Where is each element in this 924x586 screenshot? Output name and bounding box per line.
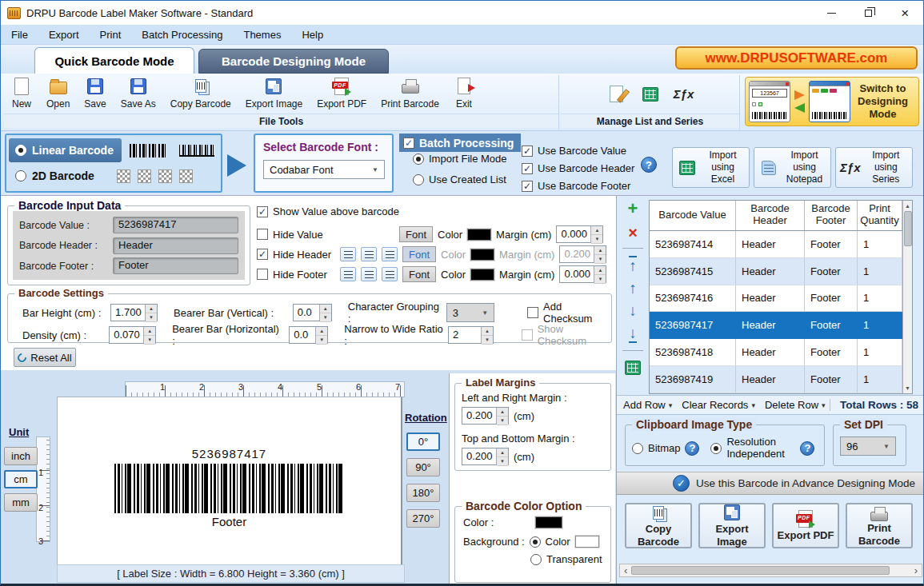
table-row[interactable]: 5236987419HeaderFooter1 bbox=[650, 366, 902, 393]
bitmap-help-icon[interactable]: ? bbox=[685, 441, 699, 456]
barcode-value-field[interactable]: 5236987417 bbox=[113, 217, 238, 233]
show-value-option[interactable]: ✓ Show Value above barcode bbox=[257, 205, 399, 217]
linear-barcode-option[interactable]: Linear Barcode bbox=[9, 138, 122, 162]
close-button[interactable]: × bbox=[886, 1, 923, 25]
show-value-checkbox[interactable]: ✓ bbox=[257, 206, 268, 217]
show-checksum-checkbox[interactable] bbox=[522, 329, 533, 341]
menu-help[interactable]: Help bbox=[291, 26, 334, 44]
barcode-color-swatch[interactable] bbox=[535, 516, 562, 528]
minimize-button[interactable] bbox=[813, 1, 850, 25]
background-color-swatch[interactable] bbox=[575, 536, 599, 548]
table-row[interactable]: 5236987416HeaderFooter1 bbox=[650, 285, 902, 313]
scroll-left-icon[interactable]: ‹ bbox=[620, 565, 631, 576]
value-margin-spinner[interactable]: 0.000▲▼ bbox=[556, 225, 603, 243]
spin-down-icon[interactable]: ▼ bbox=[594, 275, 606, 284]
hide-value-checkbox[interactable] bbox=[257, 229, 268, 240]
use-barcode-footer-checkbox[interactable]: ✓ bbox=[522, 181, 533, 192]
scroll-up-icon[interactable]: ▲ bbox=[905, 201, 910, 211]
menu-batch-processing[interactable]: Batch Processing bbox=[131, 26, 233, 44]
import-using-excel-button[interactable]: Import using Excel bbox=[672, 147, 750, 188]
bearer-vertical-spinner[interactable]: 0.0▲▼ bbox=[293, 304, 332, 321]
scrollbar-thumb[interactable] bbox=[631, 566, 889, 575]
barcode-footer-field[interactable]: Footer bbox=[113, 257, 238, 274]
footer-align-left-button[interactable] bbox=[340, 267, 356, 281]
export-image-button[interactable]: Export Image bbox=[238, 75, 310, 111]
spin-down-icon[interactable]: ▼ bbox=[497, 417, 508, 425]
new-button[interactable]: New bbox=[4, 75, 39, 111]
print-barcode-button[interactable]: Print Barcode bbox=[374, 75, 446, 111]
header-font-button[interactable]: Font bbox=[402, 246, 436, 262]
spin-down-icon[interactable]: ▼ bbox=[144, 336, 155, 345]
header-align-center-button[interactable] bbox=[361, 247, 377, 261]
table-row[interactable]: 5236987418HeaderFooter1 bbox=[650, 339, 902, 366]
spin-down-icon[interactable]: ▼ bbox=[146, 313, 157, 322]
ratio-spinner[interactable]: 2▲▼ bbox=[448, 326, 494, 344]
spin-up-icon[interactable]: ▲ bbox=[497, 408, 508, 417]
move-top-icon[interactable]: ↑ bbox=[629, 256, 637, 273]
spin-up-icon[interactable]: ▲ bbox=[316, 327, 327, 336]
add-row-menu[interactable]: Add Row▾ bbox=[623, 399, 672, 411]
hide-footer-checkbox[interactable] bbox=[257, 269, 268, 280]
header-margin-spinner[interactable]: 0.200▲▼ bbox=[559, 245, 606, 263]
use-in-advance-mode-button[interactable]: ✓ Use this Barcode in Advance Designing … bbox=[617, 472, 924, 495]
menu-themes[interactable]: Themes bbox=[233, 26, 291, 44]
unit-inch-button[interactable]: inch bbox=[4, 447, 38, 465]
tb-margin-spinner[interactable]: 0.200▲▼ bbox=[462, 448, 509, 465]
spin-up-icon[interactable]: ▲ bbox=[497, 448, 508, 457]
edit-list-icon[interactable] bbox=[606, 85, 627, 104]
value-font-button[interactable]: Font bbox=[399, 226, 433, 242]
use-barcode-value-option[interactable]: ✓ Use Barcode Value bbox=[522, 145, 626, 157]
use-barcode-value-checkbox[interactable]: ✓ bbox=[522, 146, 533, 157]
import-using-notepad-button[interactable]: Import using Notepad bbox=[754, 147, 831, 188]
import-using-series-button[interactable]: Σƒx Import using Series bbox=[835, 147, 913, 188]
spin-up-icon[interactable]: ▲ bbox=[146, 305, 157, 313]
move-up-icon[interactable]: ↑ bbox=[629, 281, 637, 296]
bearer-horizontal-spinner[interactable]: 0.0▲▼ bbox=[289, 326, 328, 344]
density-spinner[interactable]: 0.070▲▼ bbox=[109, 326, 156, 344]
use-barcode-header-option[interactable]: ✓ Use Barcode Header bbox=[522, 162, 634, 174]
menu-file[interactable]: File bbox=[1, 26, 38, 44]
scrollbar-thumb[interactable] bbox=[904, 211, 912, 246]
move-bottom-icon[interactable]: ↓ bbox=[629, 325, 637, 343]
switch-to-designing-mode-button[interactable]: 123567 Switch to Designing Mode bbox=[745, 77, 919, 126]
col-barcode-header[interactable]: Barcode Header bbox=[736, 201, 805, 230]
col-print-quantity[interactable]: Print Quantity bbox=[858, 201, 902, 230]
reset-all-button[interactable]: Reset All bbox=[14, 348, 76, 367]
spin-down-icon[interactable]: ▼ bbox=[482, 336, 493, 345]
use-created-list-option[interactable]: Use Created List bbox=[413, 173, 506, 185]
add-row-icon[interactable]: + bbox=[628, 200, 638, 217]
header-color-swatch[interactable] bbox=[470, 249, 494, 261]
table-vertical-scrollbar[interactable]: ▲ ▼ bbox=[902, 201, 912, 393]
delete-row-menu[interactable]: Delete Row▾ bbox=[765, 399, 826, 411]
copy-barcode-button[interactable]: Copy Barcode bbox=[163, 75, 238, 111]
horizontal-scrollbar[interactable]: ‹ › bbox=[619, 564, 922, 577]
batch-processing-header[interactable]: ✓ Batch Processing bbox=[399, 134, 521, 152]
col-barcode-value[interactable]: Barcode Value bbox=[650, 201, 736, 230]
rotation-0-button[interactable]: 0° bbox=[406, 433, 440, 451]
value-color-swatch[interactable] bbox=[467, 229, 491, 241]
hide-header-checkbox[interactable]: ✓ bbox=[257, 249, 268, 260]
scroll-down-icon[interactable]: ▼ bbox=[905, 383, 910, 393]
unit-cm-button[interactable]: cm bbox=[4, 470, 38, 488]
batch-help-icon[interactable]: ? bbox=[641, 157, 657, 173]
use-barcode-footer-option[interactable]: ✓ Use Barcode Footer bbox=[522, 180, 630, 192]
resolution-independent-radio[interactable] bbox=[710, 443, 722, 454]
save-as-button[interactable]: Save As bbox=[114, 75, 163, 111]
resolution-help-icon[interactable]: ? bbox=[800, 441, 814, 456]
footer-align-center-button[interactable] bbox=[361, 267, 377, 281]
open-button[interactable]: Open bbox=[39, 75, 77, 111]
tab-barcode-designing-mode[interactable]: Barcode Designing Mode bbox=[198, 49, 389, 74]
spin-up-icon[interactable]: ▲ bbox=[320, 305, 331, 313]
bitmap-radio[interactable] bbox=[632, 443, 643, 454]
col-barcode-footer[interactable]: Barcode Footer bbox=[805, 201, 858, 230]
rotation-90-button[interactable]: 90° bbox=[406, 458, 440, 476]
background-transparent-radio[interactable] bbox=[530, 554, 542, 565]
footer-color-swatch[interactable] bbox=[470, 269, 494, 281]
delete-row-icon[interactable]: × bbox=[628, 225, 638, 241]
import-file-mode-option[interactable]: Import File Mode bbox=[413, 153, 507, 165]
rotation-270-button[interactable]: 270° bbox=[406, 509, 440, 528]
2d-barcode-radio[interactable] bbox=[15, 170, 26, 181]
export-list-excel-icon[interactable] bbox=[622, 358, 643, 377]
spin-up-icon[interactable]: ▲ bbox=[482, 327, 493, 336]
use-barcode-header-checkbox[interactable]: ✓ bbox=[522, 163, 533, 174]
